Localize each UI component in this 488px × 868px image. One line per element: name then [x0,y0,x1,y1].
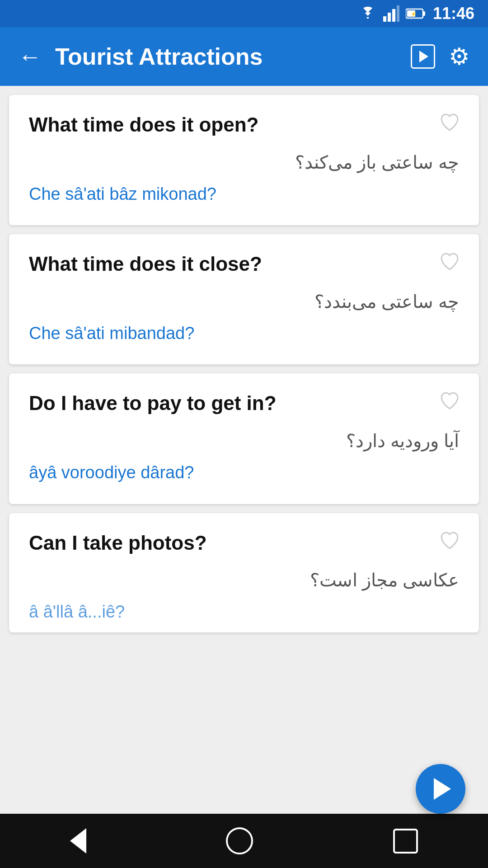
english-text-1: What time does it open? [29,113,459,137]
signal-icon [383,5,399,22]
svg-rect-3 [397,5,399,22]
phrase-card-3[interactable]: Do I have to pay to get in? آیا ورودیه د… [9,373,479,504]
phrase-card-2[interactable]: What time does it close? چه ساعتی می‌بند… [9,234,479,364]
english-text-3: Do I have to pay to get in? [29,392,459,415]
svg-rect-5 [423,11,425,16]
fab-play-button[interactable] [416,764,465,814]
english-text-2: What time does it close? [29,252,459,276]
nav-back-button[interactable] [70,828,86,854]
phrase-card-1[interactable]: What time does it open? چه ساعتی باز می‌… [9,95,479,225]
status-bar: ⚡ 11:46 [0,0,488,27]
play-square-button[interactable] [411,44,435,69]
svg-rect-2 [392,9,395,22]
phrase-card-4[interactable]: Can I take photos? عکاسی مجاز است؟ â â'l… [9,513,479,632]
favorite-button-2[interactable] [438,250,461,273]
back-nav-icon [70,828,86,854]
app-bar-title: Tourist Attractions [55,43,397,70]
svg-text:⚡: ⚡ [410,10,417,17]
nav-recent-button[interactable] [393,829,418,854]
svg-rect-0 [383,16,386,22]
transliteration-text-3: âyâ voroodiye dârad? [29,462,459,484]
persian-text-2: چه ساعتی می‌بندد؟ [29,289,459,314]
transliteration-text-1: Che sâ'ati bâz mikonad? [29,183,459,205]
status-icons: ⚡ [359,5,426,22]
content-area: What time does it open? چه ساعتی باز می‌… [0,86,488,868]
settings-button[interactable]: ⚙ [449,43,470,70]
transliteration-text-4: â â'llâ â...iê? [29,601,459,623]
battery-icon: ⚡ [406,8,426,19]
favorite-button-3[interactable] [438,390,461,412]
status-time: 11:46 [433,4,474,23]
svg-rect-1 [388,13,391,22]
favorite-button-1[interactable] [438,111,461,134]
persian-text-4: عکاسی مجاز است؟ [29,567,459,593]
app-bar: ← Tourist Attractions ⚙ [0,27,488,86]
home-nav-icon [226,827,253,854]
recent-nav-icon [393,829,418,854]
english-text-4: Can I take photos? [29,531,459,555]
nav-home-button[interactable] [226,827,253,854]
persian-text-3: آیا ورودیه دارد؟ [29,428,459,453]
wifi-icon [359,6,377,21]
favorite-button-4[interactable] [438,529,461,552]
back-button[interactable]: ← [18,43,42,70]
bottom-navigation [0,814,488,868]
transliteration-text-2: Che sâ'ati mibandad? [29,322,459,344]
persian-text-1: چه ساعتی باز می‌کند؟ [29,150,459,175]
